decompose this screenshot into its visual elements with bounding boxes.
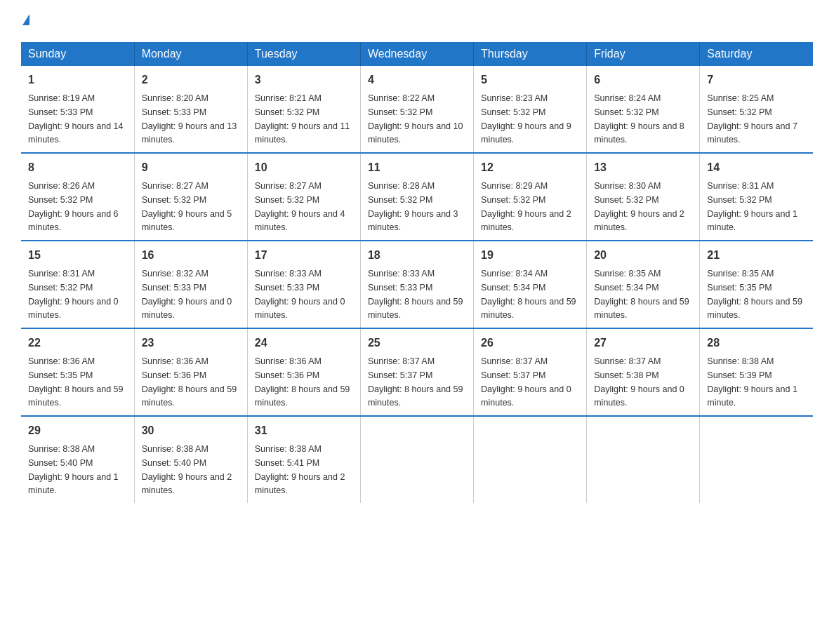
day-number: 18 — [368, 247, 466, 264]
day-info: Sunrise: 8:25 AMSunset: 5:32 PMDaylight:… — [707, 93, 797, 145]
day-cell-2-4: 11Sunrise: 8:28 AMSunset: 5:32 PMDayligh… — [360, 153, 473, 241]
day-cell-3-4: 18Sunrise: 8:33 AMSunset: 5:33 PMDayligh… — [360, 241, 473, 328]
header-tuesday: Tuesday — [247, 42, 360, 66]
day-cell-1-2: 2Sunrise: 8:20 AMSunset: 5:33 PMDaylight… — [134, 66, 247, 153]
day-cell-5-7 — [700, 416, 813, 503]
week-row-5: 29Sunrise: 8:38 AMSunset: 5:40 PMDayligh… — [21, 416, 813, 503]
day-number: 29 — [28, 422, 127, 439]
day-number: 17 — [255, 247, 353, 264]
header-thursday: Thursday — [474, 42, 587, 66]
day-info: Sunrise: 8:38 AMSunset: 5:40 PMDaylight:… — [28, 444, 119, 495]
day-info: Sunrise: 8:35 AMSunset: 5:34 PMDaylight:… — [594, 269, 689, 320]
day-number: 25 — [368, 335, 466, 351]
day-number: 24 — [255, 335, 353, 351]
day-number: 1 — [28, 72, 127, 88]
day-cell-5-2: 30Sunrise: 8:38 AMSunset: 5:40 PMDayligh… — [134, 416, 247, 503]
day-cell-5-6 — [587, 416, 700, 503]
day-info: Sunrise: 8:38 AMSunset: 5:39 PMDaylight:… — [707, 356, 797, 408]
day-number: 7 — [707, 72, 806, 88]
day-cell-1-7: 7Sunrise: 8:25 AMSunset: 5:32 PMDaylight… — [700, 66, 813, 153]
day-cell-4-7: 28Sunrise: 8:38 AMSunset: 5:39 PMDayligh… — [700, 328, 813, 416]
day-info: Sunrise: 8:37 AMSunset: 5:37 PMDaylight:… — [368, 356, 463, 408]
day-number: 6 — [594, 72, 692, 88]
day-info: Sunrise: 8:38 AMSunset: 5:41 PMDaylight:… — [255, 444, 345, 495]
day-cell-4-3: 24Sunrise: 8:36 AMSunset: 5:36 PMDayligh… — [247, 328, 360, 416]
day-info: Sunrise: 8:23 AMSunset: 5:32 PMDaylight:… — [481, 93, 571, 145]
day-number: 20 — [594, 247, 692, 264]
week-row-4: 22Sunrise: 8:36 AMSunset: 5:35 PMDayligh… — [21, 328, 813, 416]
day-cell-4-6: 27Sunrise: 8:37 AMSunset: 5:38 PMDayligh… — [587, 328, 700, 416]
day-cell-5-4 — [360, 416, 473, 503]
day-cell-2-7: 14Sunrise: 8:31 AMSunset: 5:32 PMDayligh… — [700, 153, 813, 241]
day-number: 16 — [142, 247, 240, 264]
day-number: 8 — [28, 159, 127, 176]
header-wednesday: Wednesday — [360, 42, 473, 66]
day-info: Sunrise: 8:21 AMSunset: 5:32 PMDaylight:… — [255, 93, 350, 145]
day-cell-3-1: 15Sunrise: 8:31 AMSunset: 5:32 PMDayligh… — [21, 241, 134, 328]
day-info: Sunrise: 8:37 AMSunset: 5:37 PMDaylight:… — [481, 356, 571, 408]
day-number: 19 — [481, 247, 579, 264]
header-saturday: Saturday — [700, 42, 813, 66]
day-info: Sunrise: 8:26 AMSunset: 5:32 PMDaylight:… — [28, 181, 119, 232]
day-cell-1-3: 3Sunrise: 8:21 AMSunset: 5:32 PMDaylight… — [247, 66, 360, 153]
header-sunday: Sunday — [21, 42, 134, 66]
day-info: Sunrise: 8:27 AMSunset: 5:32 PMDaylight:… — [142, 181, 232, 232]
day-info: Sunrise: 8:30 AMSunset: 5:32 PMDaylight:… — [594, 181, 684, 232]
day-cell-4-2: 23Sunrise: 8:36 AMSunset: 5:36 PMDayligh… — [134, 328, 247, 416]
day-cell-2-2: 9Sunrise: 8:27 AMSunset: 5:32 PMDaylight… — [134, 153, 247, 241]
day-cell-3-7: 21Sunrise: 8:35 AMSunset: 5:35 PMDayligh… — [700, 241, 813, 328]
day-number: 31 — [255, 422, 353, 439]
logo — [21, 14, 29, 28]
day-cell-3-3: 17Sunrise: 8:33 AMSunset: 5:33 PMDayligh… — [247, 241, 360, 328]
day-info: Sunrise: 8:33 AMSunset: 5:33 PMDaylight:… — [255, 269, 345, 320]
day-number: 10 — [255, 159, 353, 176]
day-cell-1-1: 1Sunrise: 8:19 AMSunset: 5:33 PMDaylight… — [21, 66, 134, 153]
day-info: Sunrise: 8:36 AMSunset: 5:36 PMDaylight:… — [142, 356, 237, 408]
calendar-header-row: SundayMondayTuesdayWednesdayThursdayFrid… — [21, 42, 813, 66]
day-cell-5-3: 31Sunrise: 8:38 AMSunset: 5:41 PMDayligh… — [247, 416, 360, 503]
day-number: 22 — [28, 335, 127, 351]
day-cell-4-4: 25Sunrise: 8:37 AMSunset: 5:37 PMDayligh… — [360, 328, 473, 416]
day-cell-2-1: 8Sunrise: 8:26 AMSunset: 5:32 PMDaylight… — [21, 153, 134, 241]
day-info: Sunrise: 8:27 AMSunset: 5:32 PMDaylight:… — [255, 181, 345, 232]
week-row-2: 8Sunrise: 8:26 AMSunset: 5:32 PMDaylight… — [21, 153, 813, 241]
day-cell-2-5: 12Sunrise: 8:29 AMSunset: 5:32 PMDayligh… — [474, 153, 587, 241]
day-cell-2-3: 10Sunrise: 8:27 AMSunset: 5:32 PMDayligh… — [247, 153, 360, 241]
day-info: Sunrise: 8:29 AMSunset: 5:32 PMDaylight:… — [481, 181, 571, 232]
day-number: 3 — [255, 72, 353, 88]
day-number: 4 — [368, 72, 466, 88]
header-monday: Monday — [134, 42, 247, 66]
day-number: 21 — [707, 247, 806, 264]
day-info: Sunrise: 8:31 AMSunset: 5:32 PMDaylight:… — [28, 269, 119, 320]
calendar-table: SundayMondayTuesdayWednesdayThursdayFrid… — [21, 42, 813, 503]
header-friday: Friday — [587, 42, 700, 66]
day-info: Sunrise: 8:35 AMSunset: 5:35 PMDaylight:… — [707, 269, 802, 320]
day-number: 13 — [594, 159, 692, 176]
day-info: Sunrise: 8:34 AMSunset: 5:34 PMDaylight:… — [481, 269, 576, 320]
day-number: 11 — [368, 159, 466, 176]
day-cell-3-5: 19Sunrise: 8:34 AMSunset: 5:34 PMDayligh… — [474, 241, 587, 328]
day-number: 5 — [481, 72, 579, 88]
day-info: Sunrise: 8:20 AMSunset: 5:33 PMDaylight:… — [142, 93, 237, 145]
day-cell-1-4: 4Sunrise: 8:22 AMSunset: 5:32 PMDaylight… — [360, 66, 473, 153]
day-info: Sunrise: 8:19 AMSunset: 5:33 PMDaylight:… — [28, 93, 124, 145]
day-number: 28 — [707, 335, 806, 351]
day-cell-1-6: 6Sunrise: 8:24 AMSunset: 5:32 PMDaylight… — [587, 66, 700, 153]
day-info: Sunrise: 8:22 AMSunset: 5:32 PMDaylight:… — [368, 93, 463, 145]
day-number: 15 — [28, 247, 127, 264]
day-number: 23 — [142, 335, 240, 351]
day-cell-3-2: 16Sunrise: 8:32 AMSunset: 5:33 PMDayligh… — [134, 241, 247, 328]
day-info: Sunrise: 8:36 AMSunset: 5:36 PMDaylight:… — [255, 356, 350, 408]
day-cell-5-5 — [474, 416, 587, 503]
day-info: Sunrise: 8:36 AMSunset: 5:35 PMDaylight:… — [28, 356, 124, 408]
day-info: Sunrise: 8:38 AMSunset: 5:40 PMDaylight:… — [142, 444, 232, 495]
day-number: 26 — [481, 335, 579, 351]
day-number: 2 — [142, 72, 240, 88]
day-number: 9 — [142, 159, 240, 176]
day-info: Sunrise: 8:37 AMSunset: 5:38 PMDaylight:… — [594, 356, 684, 408]
day-info: Sunrise: 8:32 AMSunset: 5:33 PMDaylight:… — [142, 269, 232, 320]
day-info: Sunrise: 8:33 AMSunset: 5:33 PMDaylight:… — [368, 269, 463, 320]
day-info: Sunrise: 8:28 AMSunset: 5:32 PMDaylight:… — [368, 181, 458, 232]
week-row-3: 15Sunrise: 8:31 AMSunset: 5:32 PMDayligh… — [21, 241, 813, 328]
day-info: Sunrise: 8:31 AMSunset: 5:32 PMDaylight:… — [707, 181, 797, 232]
